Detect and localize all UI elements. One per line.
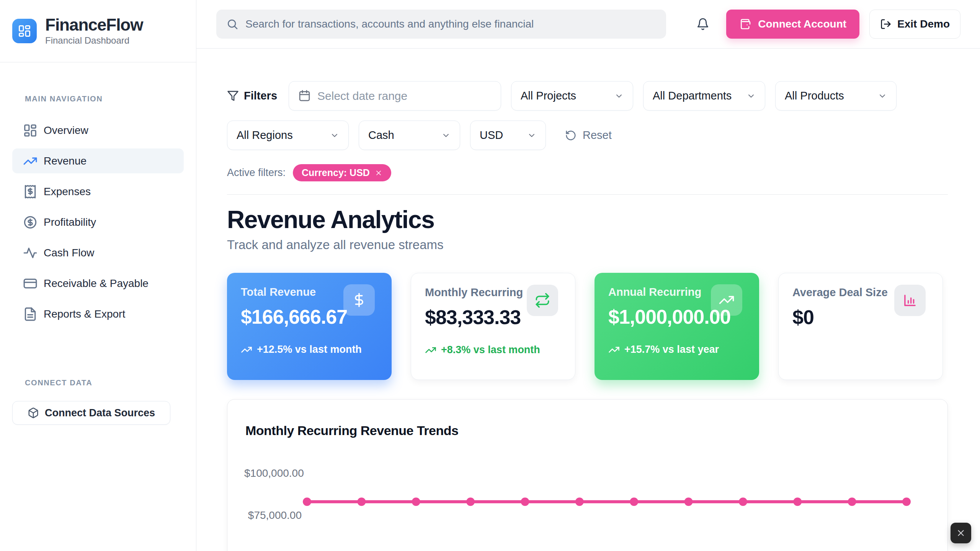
projects-filter-dropdown[interactable]: All Projects [511, 81, 633, 111]
page-title: Revenue Analytics [227, 205, 948, 234]
chart-data-point [739, 497, 747, 506]
brand-text: FinanceFlow Financial Dashboard [45, 16, 143, 46]
active-filters-label: Active filters: [227, 167, 286, 179]
connect-data-title: CONNECT DATA [25, 378, 196, 387]
connect-account-button[interactable]: Connect Account [726, 10, 859, 39]
page-subtitle: Track and analyze all revenue streams [227, 238, 948, 252]
sidebar-item-profitability[interactable]: Profitability [12, 210, 184, 235]
filters-row-2: All Regions Cash USD Reset [227, 121, 948, 150]
regions-filter-value: All Regions [237, 129, 293, 142]
departments-filter-value: All Departments [653, 90, 732, 102]
chart-data-point [412, 497, 420, 506]
exit-demo-button[interactable]: Exit Demo [869, 10, 960, 39]
date-range-input[interactable] [317, 90, 492, 103]
chart-data-point [466, 497, 475, 506]
trend-up-icon [608, 344, 620, 355]
connect-account-label: Connect Account [758, 18, 846, 30]
mrr-trends-chart-card: Monthly Recurring Revenue Trends $100,00… [227, 399, 948, 551]
chart-data-point [357, 497, 366, 506]
search-icon [226, 18, 238, 30]
annual-recurring-card: Annual Recurring $1,000,000.00 +15.7% vs… [595, 273, 759, 380]
active-filter-chip[interactable]: Currency: USD [293, 164, 391, 181]
chart-data-point [684, 497, 693, 506]
layout-grid-icon [23, 123, 38, 138]
main-navigation: Overview Revenue Expenses Profitability [12, 118, 184, 326]
metric-trend-text: +15.7% vs last year [624, 342, 719, 357]
funnel-icon [227, 90, 239, 102]
bell-icon [696, 18, 709, 31]
chevron-down-icon [527, 131, 536, 140]
app-root: FinanceFlow Financial Dashboard MAIN NAV… [0, 0, 980, 551]
chart-title: Monthly Recurring Revenue Trends [245, 423, 458, 438]
metric-trend: +12.5% vs last month [241, 342, 378, 357]
active-filter-chip-label: Currency: USD [302, 167, 370, 178]
package-icon [28, 407, 39, 419]
remove-filter-icon[interactable] [375, 169, 382, 177]
sidebar-item-revenue[interactable]: Revenue [12, 148, 184, 173]
close-toast-button[interactable] [951, 523, 971, 543]
logout-icon [880, 18, 892, 30]
circle-dollar-icon [23, 215, 38, 230]
wallet-icon [739, 18, 751, 30]
trend-up-icon [425, 344, 436, 356]
metric-trend: +8.3% vs last month [425, 342, 561, 357]
notifications-button[interactable] [693, 15, 712, 34]
sidebar-item-expenses[interactable]: Expenses [12, 179, 184, 204]
currency-dropdown[interactable]: USD [470, 121, 546, 150]
products-filter-value: All Products [785, 90, 844, 102]
departments-filter-dropdown[interactable]: All Departments [643, 81, 765, 111]
bar-chart-icon [894, 285, 926, 316]
filters-title-text: Filters [244, 90, 277, 102]
metric-trend-text: +12.5% vs last month [257, 342, 362, 357]
connect-data-sources-button[interactable]: Connect Data Sources [12, 401, 170, 425]
y-axis-tick: $75,000.00 [244, 509, 302, 522]
sidebar-item-label: Overview [44, 124, 88, 137]
sidebar-item-label: Profitability [44, 216, 96, 228]
projects-filter-value: All Projects [521, 90, 576, 102]
chart-data-point [848, 497, 856, 506]
sidebar-item-overview[interactable]: Overview [12, 118, 184, 143]
chevron-down-icon [330, 131, 339, 140]
sidebar-item-label: Cash Flow [44, 247, 94, 259]
chart-data-point [575, 497, 584, 506]
exit-demo-label: Exit Demo [897, 18, 950, 30]
sidebar-item-cash-flow[interactable]: Cash Flow [12, 240, 184, 265]
trending-up-icon [711, 284, 742, 316]
close-icon [956, 528, 966, 538]
chevron-down-icon [878, 91, 887, 101]
sidebar: FinanceFlow Financial Dashboard MAIN NAV… [0, 0, 196, 551]
connect-data-sources-label: Connect Data Sources [45, 407, 155, 419]
sidebar-item-label: Revenue [44, 155, 87, 167]
rotate-ccw-icon [565, 130, 577, 141]
credit-card-icon [23, 276, 38, 291]
sidebar-item-label: Receivable & Payable [44, 277, 149, 290]
accounting-basis-value: Cash [368, 129, 394, 142]
search-box [216, 10, 666, 39]
chevron-down-icon [441, 131, 451, 140]
trending-up-icon [23, 154, 38, 168]
metric-trend: +15.7% vs last year [608, 342, 745, 357]
monthly-recurring-card: Monthly Recurring $83,333.33 +8.3% vs la… [411, 273, 575, 380]
calendar-icon [298, 90, 311, 102]
app-logo-icon [12, 19, 37, 43]
main-content: Filters All Projects All Departments All… [196, 49, 980, 551]
filters-row-1: Filters All Projects All Departments All… [227, 81, 948, 111]
accounting-basis-dropdown[interactable]: Cash [359, 121, 460, 150]
date-range-field[interactable] [289, 81, 501, 111]
search-input[interactable] [245, 18, 656, 30]
average-deal-size-card: Average Deal Size $0 [778, 273, 943, 380]
reset-filters-button[interactable]: Reset [565, 129, 612, 142]
app-title: FinanceFlow [45, 16, 143, 34]
regions-filter-dropdown[interactable]: All Regions [227, 121, 349, 150]
chart-data-point [630, 497, 638, 506]
sidebar-item-reports-export[interactable]: Reports & Export [12, 302, 184, 326]
reset-label: Reset [583, 129, 612, 142]
active-filters-row: Active filters: Currency: USD [227, 164, 948, 181]
section-divider [227, 194, 948, 195]
products-filter-dropdown[interactable]: All Products [775, 81, 897, 111]
sidebar-item-label: Reports & Export [44, 308, 125, 320]
sidebar-item-receivable-payable[interactable]: Receivable & Payable [12, 271, 184, 296]
metric-cards-row: Total Revenue $166,666.67 +12.5% vs last… [227, 273, 948, 380]
top-bar: Connect Account Exit Demo [196, 0, 980, 49]
chart-data-point [902, 497, 911, 506]
